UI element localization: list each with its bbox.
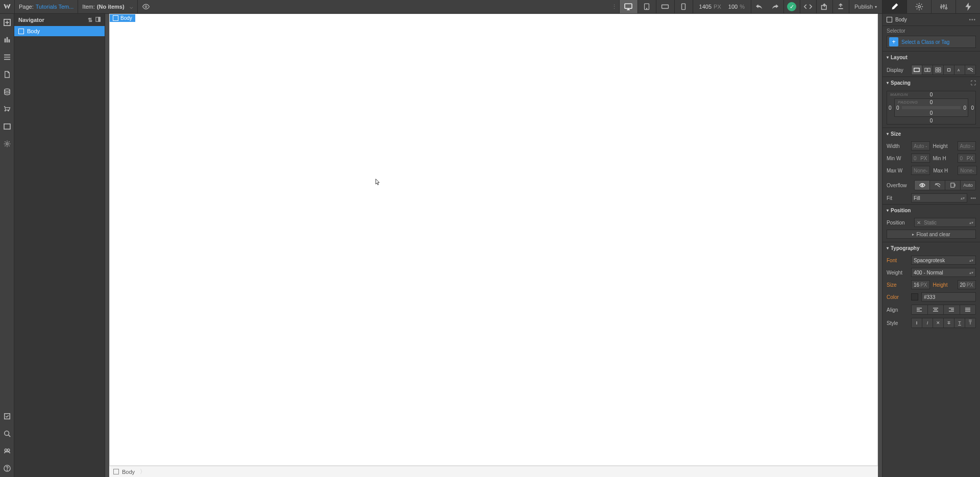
padding-top[interactable]: 0 <box>930 99 933 105</box>
maxw-input[interactable]: None- <box>911 166 930 175</box>
share-button[interactable] <box>816 0 832 13</box>
rail-ecommerce[interactable] <box>0 83 14 101</box>
margin-right[interactable]: 0 <box>971 105 974 111</box>
preview-button[interactable] <box>137 0 155 13</box>
publish-button[interactable]: Publish ▾ <box>849 0 882 13</box>
text-italic[interactable]: I <box>922 318 933 328</box>
width-input[interactable]: Auto- <box>911 141 930 150</box>
section-position-head[interactable]: ▾ Position <box>883 205 980 216</box>
rail-cms[interactable] <box>0 66 14 83</box>
body-element-icon <box>18 29 24 34</box>
display-block[interactable] <box>912 65 922 74</box>
code-export-button[interactable] <box>800 0 816 13</box>
webflow-logo-icon[interactable] <box>0 0 14 14</box>
spacing-expand-icon[interactable]: ⛶ <box>971 80 976 86</box>
fit-more-icon[interactable]: ••• <box>970 195 976 201</box>
line-height-input[interactable]: 20PX <box>958 280 976 289</box>
svg-point-23 <box>5 449 7 451</box>
position-select[interactable]: ✕ Static ▴▾ <box>914 218 976 227</box>
text-overline[interactable]: T <box>965 318 975 328</box>
clear-position-icon[interactable]: ✕ <box>917 220 921 225</box>
more-menu-icon[interactable]: ⋮ <box>610 0 619 13</box>
svg-point-16 <box>5 110 6 111</box>
font-size-input[interactable]: 16PX <box>911 280 930 289</box>
redo-button[interactable] <box>767 0 783 13</box>
rail-users[interactable] <box>0 101 14 118</box>
display-inline-block[interactable] <box>944 65 954 74</box>
margin-bottom[interactable]: 0 <box>930 118 933 123</box>
margin-top[interactable]: 0 <box>930 92 933 97</box>
section-size: ▾ Size Width Auto- Height Auto- Min W 0P… <box>883 128 980 204</box>
display-inline[interactable]: A <box>954 65 965 74</box>
breadcrumb-body[interactable]: Body <box>122 469 135 475</box>
rail-audit[interactable] <box>0 408 14 425</box>
breakpoint-desktop[interactable] <box>619 0 638 13</box>
minh-input[interactable]: 0PX <box>958 154 976 163</box>
padding-right[interactable]: 0 <box>963 105 966 111</box>
rail-add-elements[interactable] <box>0 14 14 31</box>
height-input[interactable]: Auto- <box>958 141 976 150</box>
text-underline[interactable]: T <box>954 318 965 328</box>
rail-settings[interactable] <box>0 135 14 153</box>
rail-help[interactable] <box>0 460 14 477</box>
font-select[interactable]: Spacegrotesk▴▾ <box>911 256 976 265</box>
class-selector-input[interactable]: + Select a Class or Tag <box>887 36 976 48</box>
expand-collapse-icon[interactable]: ⇅ <box>88 17 92 23</box>
rail-pages[interactable] <box>0 31 14 48</box>
align-left[interactable] <box>912 305 928 314</box>
color-swatch[interactable] <box>911 293 918 300</box>
breakpoint-mobile-landscape[interactable] <box>656 0 674 13</box>
undo-button[interactable] <box>751 0 767 13</box>
section-spacing-head[interactable]: ▾ Spacing ⛶ <box>883 77 980 89</box>
margin-left[interactable]: 0 <box>889 105 892 111</box>
section-size-head[interactable]: ▾ Size <box>883 128 980 140</box>
weight-select[interactable]: 400 - Normal▴▾ <box>911 268 976 277</box>
color-input[interactable]: #333 <box>921 292 976 302</box>
text-regular[interactable]: I <box>912 318 922 328</box>
margin-box[interactable]: MARGIN 0 0 0 0 PADDING 0 0 0 0 <box>887 91 976 124</box>
section-layout-head[interactable]: ▾ Layout <box>883 52 980 63</box>
audit-button[interactable] <box>832 0 849 13</box>
align-justify[interactable] <box>960 305 976 314</box>
weight-label: Weight <box>887 270 908 275</box>
padding-box[interactable]: PADDING 0 0 0 0 <box>894 98 968 117</box>
section-typography-head[interactable]: ▾ Typography <box>883 242 980 254</box>
pin-panel-icon[interactable] <box>95 17 101 23</box>
maxh-input[interactable]: None- <box>958 166 976 175</box>
rail-navigator[interactable] <box>0 48 14 66</box>
panel-tab-style[interactable] <box>882 0 906 13</box>
fit-select[interactable]: Fill▴▾ <box>911 193 967 203</box>
padding-bottom[interactable]: 0 <box>930 110 933 116</box>
panel-tab-interactions[interactable] <box>955 0 980 13</box>
rail-video[interactable] <box>0 442 14 460</box>
display-grid[interactable] <box>933 65 944 74</box>
navigator-item-body[interactable]: Body <box>14 26 105 36</box>
padding-left[interactable]: 0 <box>896 105 899 111</box>
align-right[interactable] <box>944 305 960 314</box>
rail-assets[interactable] <box>0 118 14 135</box>
panel-tab-settings[interactable] <box>906 0 931 13</box>
panel-tab-style-manager[interactable] <box>931 0 955 13</box>
status-indicator[interactable]: ✓ <box>783 0 800 13</box>
element-more-icon[interactable]: ••• <box>969 17 976 22</box>
minh-label: Min H <box>933 156 954 161</box>
canvas-stage[interactable]: Body <box>109 14 878 466</box>
text-strikethrough[interactable]: T <box>944 318 954 328</box>
section-title: Spacing <box>891 80 911 86</box>
float-and-clear-expand[interactable]: ▸ Float and clear <box>887 230 976 239</box>
overflow-hidden[interactable] <box>930 181 945 190</box>
rail-search[interactable] <box>0 425 14 442</box>
overflow-auto[interactable]: Auto <box>961 181 975 190</box>
display-none[interactable] <box>965 65 975 74</box>
overflow-scroll[interactable] <box>945 181 961 190</box>
display-flex[interactable] <box>922 65 933 74</box>
item-selector[interactable]: Item: (No items) ⌵ <box>78 0 137 13</box>
text-decoration-none[interactable]: ✕ <box>933 318 944 328</box>
canvas-size-display[interactable]: 1405 PX 100 % <box>693 0 751 13</box>
breakpoint-mobile-portrait[interactable] <box>674 0 693 13</box>
page-selector[interactable]: Page: Tutorials Tem... <box>14 0 78 13</box>
breakpoint-tablet[interactable] <box>638 0 656 13</box>
overflow-visible[interactable] <box>915 181 930 190</box>
align-center[interactable] <box>928 305 944 314</box>
minw-input[interactable]: 0PX <box>911 154 930 163</box>
